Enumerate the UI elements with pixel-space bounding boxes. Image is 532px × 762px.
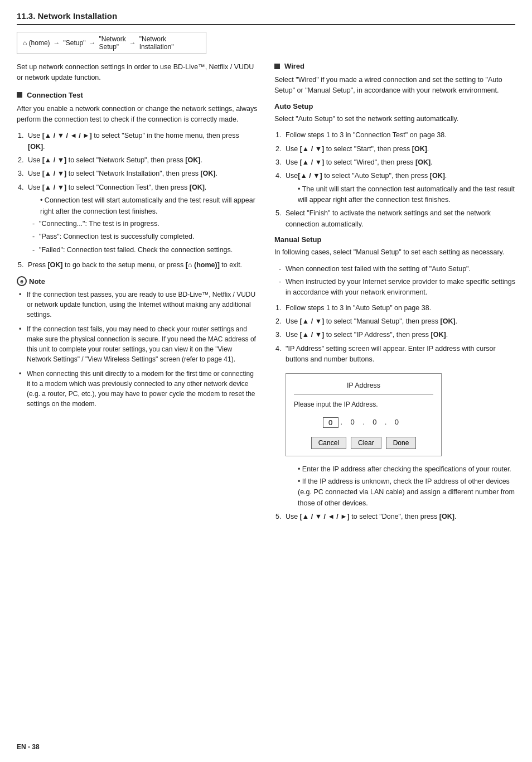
ip-octet-3: 0 <box>367 416 383 428</box>
breadcrumb-arrow-1: → <box>54 39 60 47</box>
manual-setup-steps: Follow steps 1 to 3 in "Auto Setup" on p… <box>283 303 515 523</box>
note-bullet-2: If the connection test fails, you may ne… <box>19 324 258 364</box>
auto-step-3: Use [▲ / ▼] to select "Wired", then pres… <box>283 157 515 168</box>
connection-test-body: After you enable a network connection or… <box>17 104 258 126</box>
ip-dialog-title: IP Address <box>294 380 433 395</box>
page-title: 11.3. Network Installation <box>17 11 515 25</box>
note-bullet-1: If the connection test passes, you are r… <box>19 290 258 320</box>
note-icon: e <box>17 276 27 286</box>
cancel-button[interactable]: Cancel <box>311 437 346 449</box>
wired-heading: Wired <box>274 62 515 70</box>
auto-step-4: Use[▲ / ▼] to select "Auto Setup", then … <box>283 171 515 205</box>
note-bullets-list: If the connection test passes, you are r… <box>19 290 258 409</box>
after-dialog-bullet-1: Enter the IP address after checking the … <box>296 464 515 475</box>
note-heading: e Note <box>17 276 258 286</box>
step-4-bullets: Connection test will start automatically… <box>38 195 258 217</box>
clear-button[interactable]: Clear <box>351 437 381 449</box>
note-box: e Note If the connection test passes, yo… <box>17 276 258 409</box>
manual-step-5: Use [▲ / ▼ / ◄ / ►] to select "Done", th… <box>283 512 515 522</box>
ip-octet-4: 0 <box>389 416 404 428</box>
manual-step-4: "IP Address" setting screen will appear.… <box>283 344 515 509</box>
step-4: Use [▲ / ▼] to select "Connection Test",… <box>26 182 258 255</box>
after-dialog-bullet-2: If the IP address is unknown, check the … <box>296 476 515 509</box>
ip-address-dialog: IP Address Please input the IP Address. … <box>286 373 442 456</box>
auto-step-4-bullets: The unit will start the connection test … <box>296 184 515 206</box>
ip-dot-2: . <box>362 417 365 428</box>
wired-square-bullet-icon <box>274 64 280 69</box>
ip-octet-2: 0 <box>345 416 360 428</box>
step-4-dash-items: "Connecting...": The test is in progress… <box>32 219 258 255</box>
manual-step-1: Follow steps 1 to 3 in "Auto Setup" on p… <box>283 303 515 314</box>
square-bullet-icon <box>17 92 22 98</box>
step-4-bullet-1: Connection test will start automatically… <box>38 195 258 217</box>
step-3: Use [▲ / ▼] to select "Network Installat… <box>26 168 258 179</box>
step-2: Use [▲ / ▼] to select "Network Setup", t… <box>26 155 258 166</box>
breadcrumb-network-installation: "NetworkInstallation" <box>139 35 174 51</box>
left-column: Set up network connection settings in or… <box>17 62 258 528</box>
ip-dialog-buttons: Cancel Clear Done <box>294 437 433 449</box>
after-dialog-bullets: Enter the IP address after checking the … <box>296 464 515 509</box>
manual-dash-1: When connection test failed with the set… <box>279 264 515 274</box>
auto-step-5: Select "Finish" to activate the network … <box>283 208 515 230</box>
page-footer: EN - 38 <box>17 743 40 751</box>
done-button[interactable]: Done <box>386 437 417 449</box>
manual-step-2: Use [▲ / ▼] to select "Manual Setup", th… <box>283 316 515 327</box>
step-1: Use [▲ / ▼ / ◄ / ►] to select "Setup" in… <box>26 131 258 152</box>
breadcrumb: ⌂ (home) → "Setup" → "NetworkSetup" → "N… <box>17 32 206 54</box>
manual-step-3: Use [▲ / ▼] to select "IP Address", then… <box>283 330 515 340</box>
auto-setup-steps: Follow steps 1 to 3 in "Connection Test"… <box>283 130 515 230</box>
manual-dash-2: When instructed by your Internet service… <box>279 277 515 298</box>
step-4-dash-2: "Pass": Connection test is successfully … <box>32 232 258 242</box>
two-column-layout: Set up network connection settings in or… <box>17 62 515 528</box>
auto-setup-body: Select "Auto Setup" to set the network s… <box>274 114 515 124</box>
note-label: Note <box>29 277 45 286</box>
auto-step-4-bullet-1: The unit will start the connection test … <box>296 184 515 206</box>
ip-octet-1[interactable] <box>323 417 338 428</box>
wired-label: Wired <box>284 62 304 70</box>
ip-input-row: . 0 . 0 . 0 <box>294 416 433 428</box>
auto-step-1: Follow steps 1 to 3 in "Connection Test"… <box>283 130 515 141</box>
manual-dash-list: When connection test failed with the set… <box>279 264 515 298</box>
wired-body: Select "Wired" if you made a wired conne… <box>274 75 515 97</box>
auto-step-2: Use [▲ / ▼] to select "Start", then pres… <box>283 144 515 155</box>
right-column: Wired Select "Wired" if you made a wired… <box>274 62 515 528</box>
breadcrumb-setup: "Setup" <box>64 39 86 47</box>
connection-test-label: Connection Test <box>27 91 83 99</box>
note-bullet-3: When connecting this unit directly to a … <box>19 369 258 409</box>
page-wrapper: 11.3. Network Installation ⌂ (home) → "S… <box>17 11 515 528</box>
breadcrumb-home: ⌂ (home) <box>23 39 50 47</box>
breadcrumb-network-setup: "NetworkSetup" <box>99 35 125 51</box>
breadcrumb-arrow-3: → <box>129 39 136 47</box>
breadcrumb-arrow-2: → <box>89 39 95 47</box>
manual-setup-body: In following cases, select "Manual Setup… <box>274 247 515 258</box>
manual-setup-heading: Manual Setup <box>274 235 515 244</box>
ip-dot-3: . <box>385 417 387 428</box>
step-5: Press [OK] to go back to the setup menu,… <box>26 260 258 271</box>
intro-text: Set up network connection settings in or… <box>17 62 258 83</box>
step-4-dash-3: "Failed": Connection test failed. Check … <box>32 245 258 255</box>
connection-test-steps: Use [▲ / ▼ / ◄ / ►] to select "Setup" in… <box>26 131 258 271</box>
step-4-dash-1: "Connecting...": The test is in progress… <box>32 219 258 229</box>
ip-dialog-label: Please input the IP Address. <box>294 399 433 410</box>
ip-dot-1: . <box>341 417 343 428</box>
connection-test-heading: Connection Test <box>17 91 258 99</box>
auto-setup-heading: Auto Setup <box>274 102 515 110</box>
